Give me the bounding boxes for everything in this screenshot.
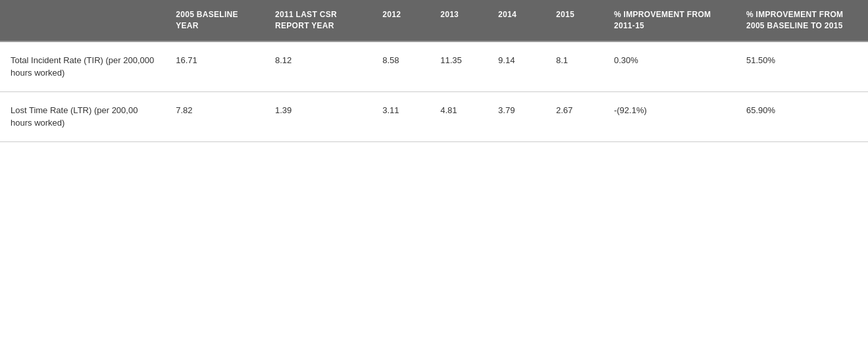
cell-2014-2: 3.79 bbox=[488, 91, 546, 141]
table-row: Total Incident Rate (TIR) (per 200,000 h… bbox=[0, 41, 868, 92]
table-header-row: 2005 BASELINE YEAR 2011 LAST CSR REPORT … bbox=[0, 0, 868, 41]
cell-2011-2: 1.39 bbox=[265, 91, 372, 141]
cell-2012-1: 8.58 bbox=[372, 41, 430, 92]
cell-2012-2: 3.11 bbox=[372, 91, 430, 141]
cell-improv2-1: 51.50% bbox=[736, 41, 868, 92]
cell-metric-1: Total Incident Rate (TIR) (per 200,000 h… bbox=[0, 41, 165, 92]
cell-improv2-2: 65.90% bbox=[736, 91, 868, 141]
cell-2013-1: 11.35 bbox=[430, 41, 488, 92]
cell-2015-2: 2.67 bbox=[546, 91, 603, 141]
cell-improv1-2: -(92.1%) bbox=[603, 91, 736, 141]
header-2014: 2014 bbox=[488, 0, 546, 41]
main-table-container: 2005 BASELINE YEAR 2011 LAST CSR REPORT … bbox=[0, 0, 868, 142]
header-2005: 2005 BASELINE YEAR bbox=[165, 0, 265, 41]
cell-2013-2: 4.81 bbox=[430, 91, 488, 141]
cell-2005-1: 16.71 bbox=[165, 41, 265, 92]
header-improv-2005-15: % IMPROVEMENT FROM 2005 BASELINE TO 2015 bbox=[736, 0, 868, 41]
header-metric bbox=[0, 0, 165, 41]
cell-improv1-1: 0.30% bbox=[603, 41, 736, 92]
cell-2015-1: 8.1 bbox=[546, 41, 603, 92]
header-2012: 2012 bbox=[372, 0, 430, 41]
cell-2005-2: 7.82 bbox=[165, 91, 265, 141]
header-improv-2011-15: % IMPROVEMENT FROM 2011-15 bbox=[603, 0, 736, 41]
header-2011: 2011 LAST CSR REPORT YEAR bbox=[265, 0, 372, 41]
header-2013: 2013 bbox=[430, 0, 488, 41]
cell-2014-1: 9.14 bbox=[488, 41, 546, 92]
table-row: Lost Time Rate (LTR) (per 200,00 hours w… bbox=[0, 91, 868, 141]
header-2015: 2015 bbox=[546, 0, 603, 41]
data-table: 2005 BASELINE YEAR 2011 LAST CSR REPORT … bbox=[0, 0, 868, 142]
cell-metric-2: Lost Time Rate (LTR) (per 200,00 hours w… bbox=[0, 91, 165, 141]
cell-2011-1: 8.12 bbox=[265, 41, 372, 92]
